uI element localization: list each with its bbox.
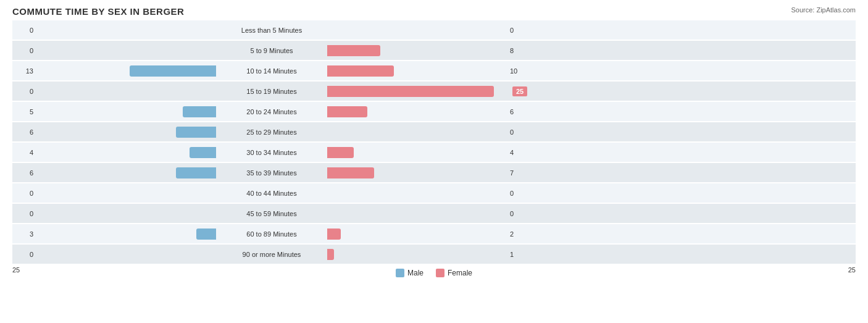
male-value: 5 — [12, 108, 37, 115]
male-value: 6 — [12, 169, 37, 177]
row-label: 40 to 44 Minutes — [216, 190, 327, 197]
female-value: 0 — [506, 128, 531, 136]
female-value: 6 — [506, 108, 531, 115]
male-bar — [176, 127, 216, 138]
female-value: 0 — [506, 190, 531, 197]
chart-row: 430 to 34 Minutes4 — [12, 143, 856, 162]
female-value: 2 — [506, 230, 531, 238]
female-bar-container — [327, 163, 506, 182]
male-value: 6 — [12, 128, 37, 136]
chart-row: 045 to 59 Minutes0 — [12, 204, 856, 223]
female-bar-container — [327, 245, 506, 264]
female-value: 25 — [506, 88, 531, 95]
chart-row: 520 to 24 Minutes6 — [12, 102, 856, 121]
male-bar — [130, 65, 216, 77]
axis-bottom: 25 Male Female 25 — [12, 266, 856, 277]
male-bar-container — [37, 61, 216, 80]
chart-row: 635 to 39 Minutes7 — [12, 163, 856, 182]
chart-row: 05 to 9 Minutes8 — [12, 41, 856, 60]
legend: Male Female — [396, 269, 472, 277]
male-value: 0 — [12, 251, 37, 258]
female-value: 0 — [506, 210, 531, 217]
male-value: 4 — [12, 149, 37, 156]
row-label: 90 or more Minutes — [216, 251, 327, 258]
row-label: 30 to 34 Minutes — [216, 149, 327, 156]
male-bar-container — [37, 122, 216, 141]
male-bar-container — [37, 245, 216, 264]
row-label: 25 to 29 Minutes — [216, 128, 327, 136]
source-label: Source: ZipAtlas.com — [791, 6, 856, 14]
female-bar-container — [327, 204, 506, 223]
male-bar — [196, 229, 216, 240]
female-bar — [327, 167, 374, 178]
female-bar-container — [327, 20, 506, 40]
legend-male: Male — [396, 269, 424, 277]
female-bar-container — [327, 224, 506, 243]
male-bar-container — [37, 143, 216, 162]
chart-row: 625 to 29 Minutes0 — [12, 122, 856, 141]
male-bar-container — [37, 224, 216, 243]
row-label: Less than 5 Minutes — [216, 27, 327, 34]
chart-row: 1310 to 14 Minutes10 — [12, 61, 856, 80]
chart-row: 090 or more Minutes1 — [12, 245, 856, 264]
female-bar-container — [327, 61, 506, 80]
chart-row: 0Less than 5 Minutes0 — [12, 20, 856, 40]
female-value: 8 — [506, 47, 531, 54]
female-value: 10 — [506, 67, 531, 75]
female-bar-container — [327, 183, 506, 203]
legend-female: Female — [436, 269, 472, 277]
female-bar — [327, 147, 354, 158]
chart-row: 360 to 89 Minutes2 — [12, 224, 856, 243]
chart-row: 040 to 44 Minutes0 — [12, 183, 856, 203]
male-bar-container — [37, 183, 216, 203]
male-value: 0 — [12, 210, 37, 217]
female-value: 7 — [506, 169, 531, 177]
female-bar-container — [327, 122, 506, 141]
legend-male-box — [396, 269, 404, 277]
female-value: 4 — [506, 149, 531, 156]
male-bar-container — [37, 82, 216, 101]
male-bar — [190, 147, 216, 158]
female-bar-container — [327, 82, 506, 101]
male-bar-container — [37, 41, 216, 60]
female-bar-container — [327, 143, 506, 162]
male-value: 0 — [12, 190, 37, 197]
row-label: 10 to 14 Minutes — [216, 67, 327, 75]
male-value: 0 — [12, 47, 37, 54]
female-bar-container — [327, 41, 506, 60]
male-bar — [183, 106, 216, 117]
male-value: 3 — [12, 230, 37, 238]
row-label: 15 to 19 Minutes — [216, 88, 327, 95]
axis-right-label: 25 — [848, 266, 856, 277]
chart-title: COMMUTE TIME BY SEX IN BERGER — [12, 6, 856, 17]
chart-wrapper: 0Less than 5 Minutes005 to 9 Minutes8131… — [12, 20, 856, 265]
row-label: 35 to 39 Minutes — [216, 169, 327, 177]
row-label: 45 to 59 Minutes — [216, 210, 327, 217]
female-bar — [327, 86, 494, 97]
legend-female-label: Female — [448, 269, 472, 277]
female-bar — [327, 65, 394, 77]
legend-male-label: Male — [407, 269, 424, 277]
male-bar — [176, 167, 216, 178]
male-bar-container — [37, 20, 216, 40]
legend-female-box — [436, 269, 444, 277]
female-bar — [327, 229, 341, 240]
male-bar-container — [37, 102, 216, 121]
female-special-badge: 25 — [512, 86, 527, 96]
row-label: 5 to 9 Minutes — [216, 47, 327, 54]
female-bar-container — [327, 102, 506, 121]
male-bar-container — [37, 204, 216, 223]
male-value: 13 — [12, 67, 37, 75]
row-label: 20 to 24 Minutes — [216, 108, 327, 115]
female-value: 0 — [506, 27, 531, 34]
chart-row: 015 to 19 Minutes25 — [12, 82, 856, 101]
male-value: 0 — [12, 88, 37, 95]
female-bar — [327, 106, 367, 117]
main-container: COMMUTE TIME BY SEX IN BERGER Source: Zi… — [0, 0, 868, 323]
male-bar-container — [37, 163, 216, 182]
axis-left-label: 25 — [12, 266, 20, 277]
female-bar — [327, 249, 334, 260]
row-label: 60 to 89 Minutes — [216, 230, 327, 238]
female-value: 1 — [506, 251, 531, 258]
male-value: 0 — [12, 27, 37, 34]
